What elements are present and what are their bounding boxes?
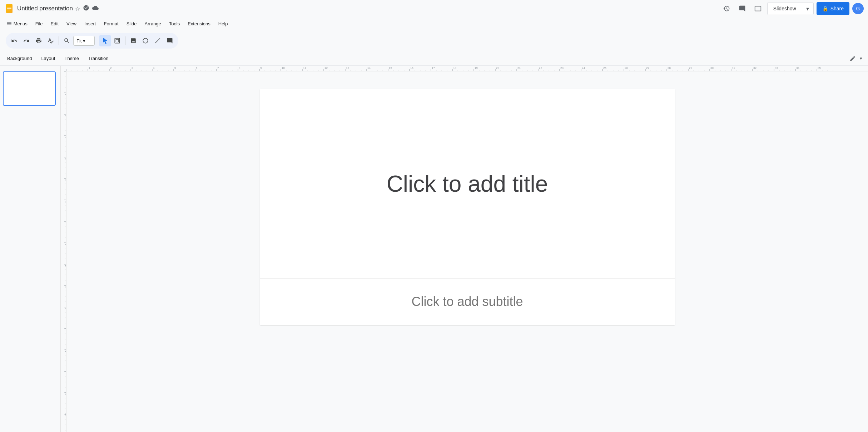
menu-edit[interactable]: Edit [47, 19, 62, 29]
slide-item-1[interactable]: 1 [3, 71, 58, 106]
svg-text:12: 12 [64, 328, 66, 331]
zoom-value: Fit [76, 38, 81, 44]
title-bar: Untitled presentation ☆ Slideshow ▾ [0, 0, 868, 17]
print-button[interactable] [33, 35, 44, 46]
slideshow-dropdown-button[interactable]: ▾ [802, 2, 813, 15]
background-button[interactable]: Background [3, 53, 36, 64]
theme-button[interactable]: Theme [60, 53, 83, 64]
menu-slide[interactable]: Slide [123, 19, 140, 29]
menu-extensions[interactable]: Extensions [184, 19, 214, 29]
svg-text:8: 8 [239, 66, 240, 70]
menu-menus[interactable]: Menus [3, 19, 31, 29]
menu-tools[interactable]: Tools [165, 19, 183, 29]
svg-text:35: 35 [818, 66, 821, 70]
svg-text:4: 4 [153, 66, 155, 70]
menu-arrange[interactable]: Arrange [141, 19, 165, 29]
svg-text:7: 7 [217, 66, 219, 70]
menu-view[interactable]: View [63, 19, 80, 29]
svg-text:9: 9 [64, 265, 66, 267]
slideshow-button[interactable]: Slideshow [768, 2, 802, 15]
svg-text:4: 4 [64, 158, 66, 160]
ruler-horizontal: 1234567891011121314151617181920212223242… [66, 66, 868, 71]
ruler-v-svg: 1234567891011121314151617181920 [61, 71, 66, 432]
user-avatar[interactable]: G [852, 3, 864, 14]
svg-line-8 [155, 38, 160, 43]
svg-text:2: 2 [64, 115, 66, 117]
svg-rect-3 [7, 8, 11, 9]
svg-text:10: 10 [64, 285, 66, 288]
image-button[interactable] [128, 35, 139, 46]
cursor-tool-button[interactable] [99, 35, 111, 46]
share-button[interactable]: 🔒 Share [817, 2, 849, 15]
doc-title[interactable]: Untitled presentation [17, 5, 73, 12]
svg-text:31: 31 [732, 66, 735, 70]
svg-rect-6 [116, 39, 119, 42]
title-icons: ☆ [75, 5, 99, 12]
share-lock-icon: 🔒 [822, 6, 828, 11]
svg-text:18: 18 [453, 66, 456, 70]
comment-button[interactable] [164, 35, 175, 46]
svg-text:27: 27 [646, 66, 649, 70]
main-area: 1 12345678910111213141516171819202122232… [0, 66, 868, 432]
toolbar-sep-2 [97, 36, 97, 45]
slide-toolbar: Background Layout Theme Transition ▾ [0, 51, 868, 66]
menu-bar: Menus File Edit View Insert Format Slide… [0, 17, 868, 30]
zoom-dropdown-icon: ▾ [83, 38, 85, 44]
spellcheck-button[interactable] [45, 35, 56, 46]
present-mode-button[interactable] [752, 2, 764, 15]
menu-file[interactable]: File [32, 19, 46, 29]
svg-text:26: 26 [625, 66, 628, 70]
redo-button[interactable] [21, 35, 32, 46]
svg-text:2: 2 [110, 66, 112, 70]
svg-rect-2 [7, 7, 11, 7]
slide-thumbnail-1[interactable] [3, 71, 56, 106]
header-right: Slideshow ▾ 🔒 Share G [720, 2, 864, 15]
svg-text:6: 6 [196, 66, 198, 70]
slide-title-placeholder: Click to add title [387, 171, 548, 197]
select-tool-button[interactable] [111, 35, 123, 46]
edit-mode-toggle[interactable] [846, 52, 859, 65]
slide-title-area[interactable]: Click to add title [260, 89, 675, 278]
svg-text:19: 19 [475, 66, 478, 70]
menus-label: Menus [14, 21, 28, 26]
transition-button[interactable]: Transition [84, 53, 113, 64]
svg-text:22: 22 [539, 66, 542, 70]
menu-help[interactable]: Help [215, 19, 232, 29]
slide-subtitle-area[interactable]: Click to add subtitle [260, 278, 675, 325]
svg-text:11: 11 [303, 66, 306, 70]
svg-text:33: 33 [775, 66, 778, 70]
canvas-area: 1234567891011121314151617181920212223242… [61, 66, 868, 432]
save-drive-icon[interactable] [83, 5, 89, 12]
svg-text:29: 29 [689, 66, 692, 70]
svg-text:8: 8 [64, 243, 66, 245]
zoom-selector[interactable]: Fit ▾ [73, 36, 95, 46]
star-icon[interactable]: ☆ [75, 5, 80, 12]
undo-button[interactable] [9, 35, 20, 46]
toolbar: Fit ▾ [6, 33, 178, 49]
line-button[interactable] [152, 35, 163, 46]
menu-insert[interactable]: Insert [81, 19, 100, 29]
svg-text:1: 1 [64, 94, 66, 95]
comments-button[interactable] [736, 2, 749, 15]
svg-text:12: 12 [324, 66, 328, 70]
menu-format[interactable]: Format [100, 19, 122, 29]
slideshow-button-group: Slideshow ▾ [767, 2, 814, 15]
layout-button[interactable]: Layout [37, 53, 59, 64]
svg-text:14: 14 [64, 371, 66, 374]
svg-text:6: 6 [64, 201, 66, 202]
svg-text:24: 24 [582, 66, 585, 70]
history-button[interactable] [720, 2, 733, 15]
svg-text:28: 28 [668, 66, 671, 70]
shape-button[interactable] [140, 35, 151, 46]
slide-canvas-wrapper: Click to add title Click to add subtitle [66, 71, 868, 432]
svg-text:3: 3 [132, 66, 133, 70]
ruler-canvas-container: Click to add title Click to add subtitle [66, 71, 868, 432]
svg-text:25: 25 [603, 66, 606, 70]
cloud-icon [92, 5, 99, 12]
svg-text:5: 5 [174, 66, 176, 70]
svg-rect-5 [115, 38, 120, 43]
svg-text:13: 13 [346, 66, 349, 70]
slide-canvas: Click to add title Click to add subtitle [260, 89, 675, 325]
zoom-search-button[interactable] [61, 35, 73, 46]
svg-text:16: 16 [64, 413, 66, 417]
